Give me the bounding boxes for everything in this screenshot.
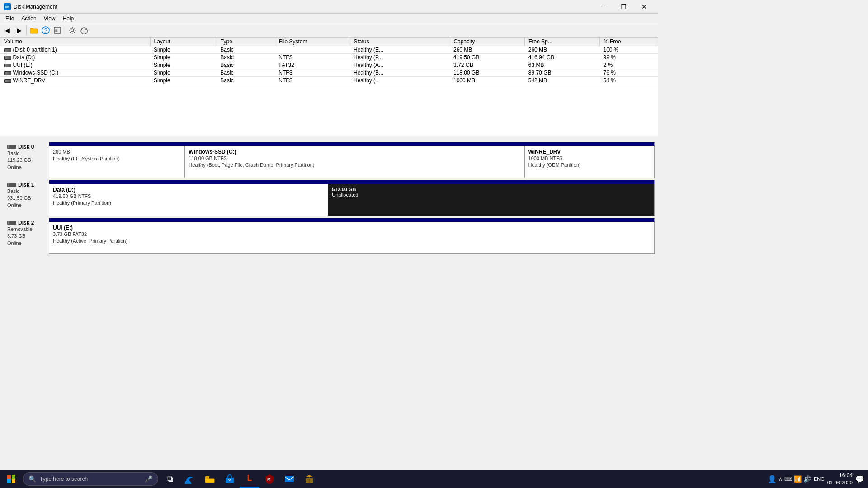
table-row[interactable]: Windows-SSD (C:) Simple Basic NTFS Healt…: [0, 69, 658, 77]
col-filesystem[interactable]: File System: [275, 38, 350, 46]
cell-capacity: 260 MB: [450, 46, 525, 54]
table-row[interactable]: (Disk 0 partition 1) Simple Basic Health…: [0, 46, 658, 54]
cell-status: Healthy (B...: [350, 69, 450, 77]
refresh-button[interactable]: [79, 25, 90, 36]
disk-partitions-0: 260 MB Healthy (EFI System Partition) Wi…: [49, 142, 655, 178]
cell-pct: 76 %: [600, 69, 658, 77]
toolbar: ◀ ▶ ? ≡: [0, 23, 658, 37]
menu-view[interactable]: View: [40, 14, 59, 23]
disk-type-2: Removable3.73 GBOnline: [7, 226, 45, 247]
properties-button[interactable]: ≡: [52, 25, 63, 36]
disk-header-bar-2: [49, 218, 654, 222]
cell-capacity: 1000 MB: [450, 77, 525, 84]
restore-button[interactable]: ❐: [613, 0, 634, 14]
cell-layout: Simple: [150, 69, 217, 77]
cell-fs: NTFS: [275, 69, 350, 77]
back-button[interactable]: ◀: [2, 25, 13, 36]
col-free[interactable]: Free Sp...: [525, 38, 600, 46]
disk-row-2: Disk 2 Removable3.73 GBOnline UUI (E:) 3…: [4, 218, 655, 254]
col-pct[interactable]: % Free: [600, 38, 658, 46]
disk-name-0: Disk 0: [18, 144, 34, 150]
table-row[interactable]: WINRE_DRV Simple Basic NTFS Healthy (...…: [0, 77, 658, 84]
col-status[interactable]: Status: [350, 38, 450, 46]
cell-volume: WINRE_DRV: [0, 77, 151, 84]
menu-help[interactable]: Help: [59, 14, 78, 23]
disk-content-2: UUI (E:) 3.73 GB FAT32 Healthy (Active, …: [49, 222, 654, 253]
table-row[interactable]: Data (D:) Simple Basic NTFS Healthy (P..…: [0, 54, 658, 61]
cell-layout: Simple: [150, 61, 217, 69]
minimize-button[interactable]: −: [592, 0, 613, 14]
col-volume[interactable]: Volume: [0, 38, 151, 46]
partition-name-0-2: WINRE_DRV: [528, 149, 651, 155]
toolbar-separator-1: [26, 26, 27, 35]
partition-size-2-0: 3.73 GB FAT32: [53, 231, 651, 238]
disk-label-2: Disk 2 Removable3.73 GBOnline: [4, 218, 49, 254]
table-row[interactable]: UUI (E:) Simple Basic FAT32 Healthy (A..…: [0, 61, 658, 69]
cell-free: 260 MB: [525, 46, 600, 54]
disk-content-0: 260 MB Healthy (EFI System Partition) Wi…: [49, 146, 654, 178]
menu-action[interactable]: Action: [18, 14, 40, 23]
cell-type: Basic: [217, 54, 275, 61]
volume-table-area: Volume Layout Type File System Status Ca…: [0, 37, 658, 136]
cell-status: Healthy (P...: [350, 54, 450, 61]
cell-layout: Simple: [150, 54, 217, 61]
svg-rect-15: [8, 221, 9, 224]
svg-point-9: [71, 29, 74, 32]
cell-volume: UUI (E:): [0, 61, 151, 69]
partition-status-1-0: Healthy (Primary Partition): [53, 200, 324, 206]
col-capacity[interactable]: Capacity: [450, 38, 525, 46]
partition-unallocated-1-1[interactable]: 512.00 GBUnallocated: [328, 184, 654, 216]
help-button[interactable]: ?: [40, 25, 51, 36]
disk-name-2: Disk 2: [18, 220, 34, 226]
partition-size-0-2: 1000 MB NTFS: [528, 155, 651, 162]
partition-1-0[interactable]: Data (D:) 419.50 GB NTFS Healthy (Primar…: [49, 184, 328, 216]
partition-0-0[interactable]: 260 MB Healthy (EFI System Partition): [49, 146, 185, 178]
settings-button[interactable]: [67, 25, 78, 36]
disk-partitions-1: Data (D:) 419.50 GB NTFS Healthy (Primar…: [49, 180, 655, 216]
partition-status-0-0: Healthy (EFI System Partition): [53, 155, 181, 162]
close-button[interactable]: ✕: [634, 0, 655, 14]
open-folder-button[interactable]: [28, 25, 39, 36]
partition-2-0[interactable]: UUI (E:) 3.73 GB FAT32 Healthy (Active, …: [49, 222, 654, 253]
svg-text:?: ?: [44, 28, 47, 34]
col-type[interactable]: Type: [217, 38, 275, 46]
cell-fs: FAT32: [275, 61, 350, 69]
cell-fs: NTFS: [275, 77, 350, 84]
cell-free: 89.70 GB: [525, 69, 600, 77]
partition-0-2[interactable]: WINRE_DRV 1000 MB NTFS Healthy (OEM Part…: [525, 146, 654, 178]
partition-name-2-0: UUI (E:): [53, 225, 651, 231]
menu-file[interactable]: File: [2, 14, 18, 23]
cell-free: 542 MB: [525, 77, 600, 84]
cell-pct: 2 %: [600, 61, 658, 69]
disk-type-1: Basic931.50 GBOnline: [7, 188, 45, 209]
cell-capacity: 118.00 GB: [450, 69, 525, 77]
partition-0-1[interactable]: Windows-SSD (C:) 118.00 GB NTFS Healthy …: [185, 146, 524, 178]
cell-type: Basic: [217, 69, 275, 77]
svg-rect-11: [8, 145, 9, 148]
cell-layout: Simple: [150, 46, 217, 54]
cell-capacity: 3.72 GB: [450, 61, 525, 69]
partition-name-0-1: Windows-SSD (C:): [189, 149, 520, 155]
cell-pct: 99 %: [600, 54, 658, 61]
partition-size-0-0: 260 MB: [53, 149, 181, 155]
disk-type-0: Basic119.23 GBOnline: [7, 150, 45, 171]
cell-layout: Simple: [150, 77, 217, 84]
cell-pct: 100 %: [600, 46, 658, 54]
disk-name-1: Disk 1: [18, 182, 34, 188]
cell-fs: [275, 46, 350, 54]
cell-fs: NTFS: [275, 54, 350, 61]
partition-size-1-0: 419.50 GB NTFS: [53, 193, 324, 200]
partition-size-0-1: 118.00 GB NTFS: [189, 155, 520, 162]
disk-row-1: Disk 1 Basic931.50 GBOnline Data (D:) 41…: [4, 180, 655, 216]
cell-free: 416.94 GB: [525, 54, 600, 61]
disk-label-0: Disk 0 Basic119.23 GBOnline: [4, 142, 49, 178]
partition-status-0-1: Healthy (Boot, Page File, Crash Dump, Pr…: [189, 162, 520, 169]
cell-status: Healthy (E...: [350, 46, 450, 54]
forward-button[interactable]: ▶: [14, 25, 24, 36]
cell-volume: Windows-SSD (C:): [0, 69, 151, 77]
disk-partitions-2: UUI (E:) 3.73 GB FAT32 Healthy (Active, …: [49, 218, 655, 254]
disk-map-area: Disk 0 Basic119.23 GBOnline 260 MB Healt…: [0, 136, 658, 374]
cell-type: Basic: [217, 61, 275, 69]
col-layout[interactable]: Layout: [150, 38, 217, 46]
app-icon: [4, 3, 11, 10]
